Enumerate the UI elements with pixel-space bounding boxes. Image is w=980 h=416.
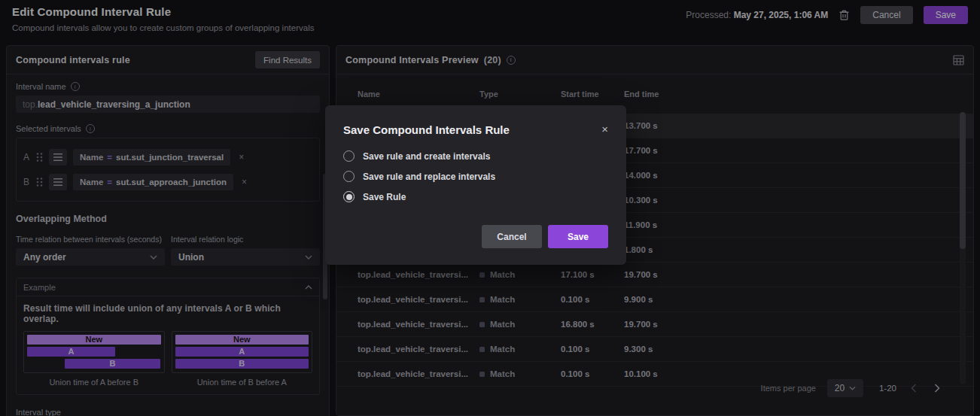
save-option[interactable]: Save rule and create intervals <box>343 150 608 162</box>
modal-cancel-button[interactable]: Cancel <box>482 225 542 248</box>
option-label: Save Rule <box>363 192 406 202</box>
modal-save-button[interactable]: Save <box>548 225 608 248</box>
option-label: Save rule and replace intervals <box>363 172 495 182</box>
radio-button[interactable] <box>343 191 355 202</box>
radio-button[interactable] <box>343 171 355 182</box>
save-options: Save rule and create intervals Save rule… <box>343 150 608 202</box>
save-option[interactable]: Save Rule <box>343 191 608 202</box>
modal-title: Save Compound Intervals Rule <box>343 123 510 136</box>
save-rule-modal: Save Compound Intervals Rule × Save rule… <box>325 105 626 265</box>
option-label: Save rule and create intervals <box>363 151 490 162</box>
save-option[interactable]: Save rule and replace intervals <box>343 171 608 182</box>
close-icon[interactable]: × <box>601 123 608 135</box>
radio-button[interactable] <box>343 150 355 162</box>
